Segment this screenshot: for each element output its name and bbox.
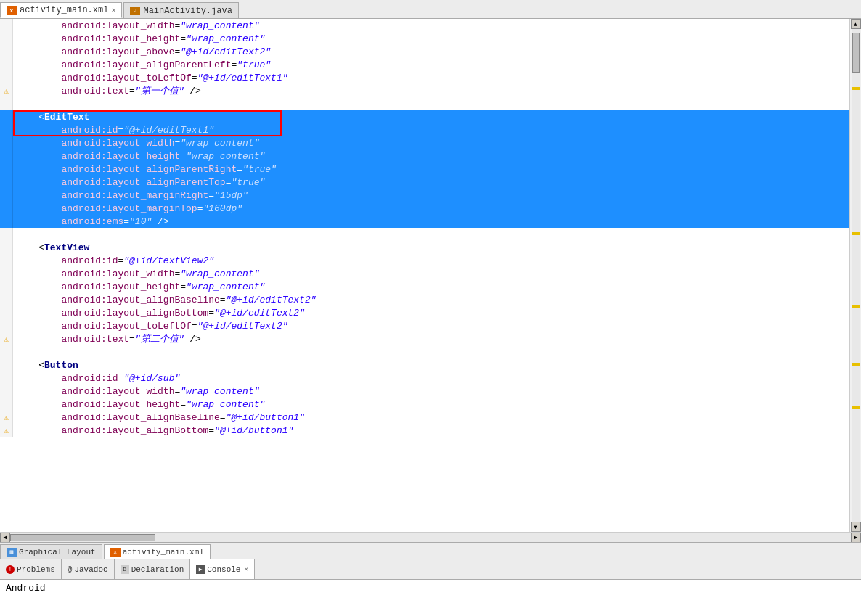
line-content-24: android:layout_toLeftOf="@+id/editText2" — [13, 321, 288, 332]
tab-problems[interactable]: ! Problems — [0, 559, 62, 579]
marker-2 — [852, 232, 860, 235]
table-row: android:layout_toLeftOf="@+id/editText1" — [0, 71, 849, 84]
marker-1 — [852, 87, 860, 90]
marker-5 — [852, 406, 860, 409]
line-gutter-16 — [0, 215, 13, 228]
line-gutter-25: ⚠ — [0, 332, 13, 345]
code-area[interactable]: android:layout_width="wrap_content" andr… — [0, 19, 849, 532]
warning-icon-25: ⚠ — [4, 334, 9, 344]
table-row: android:layout_alignParentTop="true" — [0, 176, 849, 189]
scroll-thumb-h[interactable] — [10, 534, 155, 541]
table-row: ⚠ android:layout_alignBottom="@+id/butto… — [0, 424, 849, 437]
tab-main-activity[interactable]: J MainActivity.java — [123, 2, 238, 18]
tab-console-label: Console — [207, 565, 240, 574]
tab-problems-label: Problems — [17, 565, 55, 574]
java-icon: J — [130, 7, 140, 15]
line-gutter-12 — [0, 163, 13, 176]
table-row — [0, 228, 849, 241]
line-content-10: android:layout_width="wrap_content" — [13, 138, 259, 149]
console-icon: ▶ — [196, 565, 205, 574]
line-gutter-28 — [0, 371, 13, 385]
table-row: android:layout_height="wrap_content" — [0, 280, 849, 293]
tab-console[interactable]: ▶ Console ✕ — [190, 559, 255, 579]
table-row: android:layout_width="wrap_content" — [0, 267, 849, 280]
line-content-6: android:text="第一个值" /> — [13, 84, 201, 97]
editor-window: x activity_main.xml ✕ J MainActivity.jav… — [0, 0, 861, 616]
line-content-31: android:layout_alignBaseline="@+id/butto… — [13, 412, 305, 423]
table-row: <TextView — [0, 241, 849, 254]
line-gutter-14 — [0, 189, 13, 202]
scroll-down-arrow[interactable]: ▼ — [851, 522, 861, 532]
line-gutter-27 — [0, 358, 13, 371]
line-content-5: android:layout_toLeftOf="@+id/editText1" — [13, 73, 288, 83]
scroll-up-arrow[interactable]: ▲ — [851, 19, 861, 29]
xml-icon-bottom: x — [110, 548, 121, 557]
scroll-left-arrow[interactable]: ◀ — [0, 533, 10, 543]
line-gutter-29 — [0, 385, 13, 398]
line-gutter-9 — [0, 123, 13, 136]
line-content-12: android:layout_alignParentRight="true" — [13, 164, 277, 175]
horizontal-scrollbar[interactable]: ◀ ▶ — [0, 532, 861, 542]
line-gutter-22 — [0, 293, 13, 306]
line-gutter-31: ⚠ — [0, 411, 13, 424]
line-content-8: <EditText — [13, 112, 89, 123]
line-gutter-32: ⚠ — [0, 424, 13, 437]
line-gutter-10 — [0, 136, 13, 149]
line-content-25: android:text="第二个值" /> — [13, 332, 201, 345]
line-content-21: android:layout_height="wrap_content" — [13, 282, 265, 292]
table-row: android:layout_toLeftOf="@+id/editText2" — [0, 319, 849, 332]
tab-label-main-activity: MainActivity.java — [143, 6, 232, 16]
marker-4 — [852, 363, 860, 366]
table-row: android:id="@+id/sub" — [0, 371, 849, 385]
line-content-18: <TextView — [13, 242, 89, 253]
table-row: android:layout_width="wrap_content" — [0, 136, 849, 149]
line-gutter-3 — [0, 45, 13, 58]
tab-javadoc-label: Javadoc — [74, 565, 107, 574]
layout-icon: ▦ — [7, 548, 17, 557]
scroll-track-h — [10, 533, 851, 542]
line-gutter-30 — [0, 398, 13, 411]
console-area: Android — [0, 580, 861, 616]
tab-activity-main[interactable]: x activity_main.xml ✕ — [0, 2, 122, 18]
line-content-3: android:layout_above="@+id/editText2" — [13, 46, 271, 57]
tab-graphical-label: Graphical Layout — [19, 548, 96, 557]
tab-console-close[interactable]: ✕ — [244, 565, 248, 573]
table-row: android:layout_marginRight="15dp" — [0, 189, 849, 202]
tab-declaration-label: Declaration — [131, 565, 184, 574]
warning-icon-31: ⚠ — [4, 413, 9, 422]
line-content-14: android:layout_marginRight="15dp" — [13, 190, 248, 201]
table-row: android:layout_above="@+id/editText2" — [0, 45, 849, 58]
tab-graphical-layout[interactable]: ▦ Graphical Layout — [0, 544, 102, 559]
table-row: <EditText — [0, 110, 849, 123]
decl-icon: D — [121, 565, 129, 574]
table-row: android:layout_width="wrap_content" — [0, 385, 849, 398]
line-gutter-4 — [0, 58, 13, 71]
warning-icon-32: ⚠ — [4, 426, 9, 435]
tab-javadoc[interactable]: @ Javadoc — [62, 559, 115, 579]
line-gutter-21 — [0, 280, 13, 293]
tab-close-activity-main[interactable]: ✕ — [111, 6, 115, 15]
tab-xml-bottom[interactable]: x activity_main.xml — [104, 544, 211, 559]
scroll-thumb-v[interactable] — [852, 33, 860, 73]
scroll-right-arrow[interactable]: ▶ — [851, 533, 861, 543]
line-content-30: android:layout_height="wrap_content" — [13, 399, 265, 410]
line-content-22: android:layout_alignBaseline="@+id/editT… — [13, 295, 317, 305]
line-gutter-6: ⚠ — [0, 84, 13, 97]
line-gutter-26 — [0, 345, 13, 358]
line-gutter-18 — [0, 241, 13, 254]
line-gutter-7 — [0, 97, 13, 110]
line-content-9: android:id="@+id/editText1" — [13, 125, 214, 136]
line-gutter-13 — [0, 176, 13, 189]
table-row: <Button — [0, 358, 849, 371]
tab-bar: x activity_main.xml ✕ J MainActivity.jav… — [0, 0, 861, 19]
tab-declaration[interactable]: D Declaration — [115, 559, 191, 579]
console-status: Android — [6, 583, 46, 594]
line-content-11: android:layout_height="wrap_content" — [13, 151, 265, 162]
vertical-scrollbar[interactable]: ▲ ▼ — [849, 19, 861, 532]
line-content-1: android:layout_width="wrap_content" — [13, 20, 259, 31]
bottom-tab-bar: ▦ Graphical Layout x activity_main.xml — [0, 542, 861, 559]
line-content-28: android:id="@+id/sub" — [13, 373, 180, 384]
line-gutter-1 — [0, 19, 13, 32]
status-tab-bar: ! Problems @ Javadoc D Declaration ▶ Con… — [0, 559, 861, 580]
marker-3 — [852, 305, 860, 308]
